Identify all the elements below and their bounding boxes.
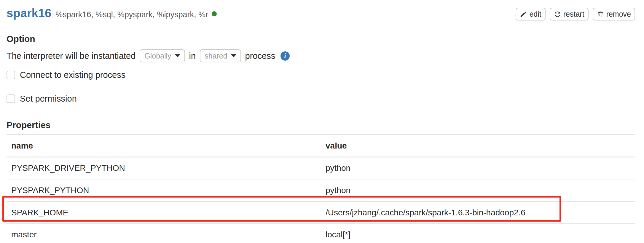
property-name: master <box>7 224 321 243</box>
table-row: master local[*] <box>7 224 635 243</box>
interpreter-header: spark16 %spark16, %sql, %pyspark, %ipysp… <box>7 0 635 20</box>
option-heading: Option <box>7 34 635 44</box>
properties-table: name value PYSPARK_DRIVER_PYTHON python … <box>7 134 635 243</box>
binding-mode-value: Globally <box>144 52 171 60</box>
set-permission-label: Set permission <box>20 94 77 104</box>
remove-button-label: remove <box>606 10 631 18</box>
refresh-icon <box>554 11 561 18</box>
info-icon[interactable]: i <box>280 51 290 61</box>
property-value: local[*] <box>321 224 635 243</box>
property-value: /Users/jzhang/.cache/spark/spark-1.6.3-b… <box>321 201 635 224</box>
interpreter-bindings: %spark16, %sql, %pyspark, %ipyspark, %r <box>55 10 208 19</box>
restart-button-label: restart <box>563 10 584 18</box>
instantiation-text-in: in <box>189 51 196 61</box>
interpreter-instantiation-line: The interpreter will be instantiated Glo… <box>7 49 635 63</box>
instantiation-text-process: process <box>245 51 275 61</box>
interpreter-actions: edit restart remove <box>516 8 635 20</box>
process-mode-dropdown[interactable]: shared <box>200 49 241 62</box>
chevron-down-icon <box>231 54 236 57</box>
edit-button-label: edit <box>529 10 541 18</box>
table-row: PYSPARK_PYTHON python <box>7 179 635 201</box>
table-row-spark-home: SPARK_HOME /Users/jzhang/.cache/spark/sp… <box>7 201 635 224</box>
connect-existing-row: Connect to existing process <box>7 70 635 80</box>
table-row: PYSPARK_DRIVER_PYTHON python <box>7 157 635 179</box>
status-dot-icon <box>212 11 217 16</box>
property-name: PYSPARK_DRIVER_PYTHON <box>7 157 321 179</box>
column-header-value: value <box>321 135 635 157</box>
remove-button[interactable]: remove <box>593 8 635 20</box>
restart-button[interactable]: restart <box>550 8 589 20</box>
property-name: SPARK_HOME <box>7 201 321 224</box>
properties-heading: Properties <box>7 120 635 130</box>
connect-existing-label: Connect to existing process <box>20 70 125 80</box>
edit-button[interactable]: edit <box>516 8 545 20</box>
title-group: spark16 %spark16, %sql, %pyspark, %ipysp… <box>7 6 217 20</box>
column-header-name: name <box>7 135 321 157</box>
trash-icon <box>597 11 604 18</box>
property-name: PYSPARK_PYTHON <box>7 179 321 201</box>
set-permission-row: Set permission <box>7 94 635 104</box>
connect-existing-checkbox[interactable] <box>7 71 15 79</box>
properties-table-header-row: name value <box>7 135 635 157</box>
chevron-down-icon <box>175 54 180 57</box>
property-value: python <box>321 157 635 179</box>
set-permission-checkbox[interactable] <box>7 94 15 103</box>
interpreter-title: spark16 <box>7 6 51 20</box>
property-value: python <box>321 179 635 201</box>
instantiation-text-prefix: The interpreter will be instantiated <box>7 51 136 61</box>
interpreter-settings-page: spark16 %spark16, %sql, %pyspark, %ipysp… <box>0 0 644 243</box>
pencil-icon <box>520 11 527 18</box>
process-mode-value: shared <box>205 52 227 60</box>
binding-mode-dropdown[interactable]: Globally <box>140 49 185 62</box>
